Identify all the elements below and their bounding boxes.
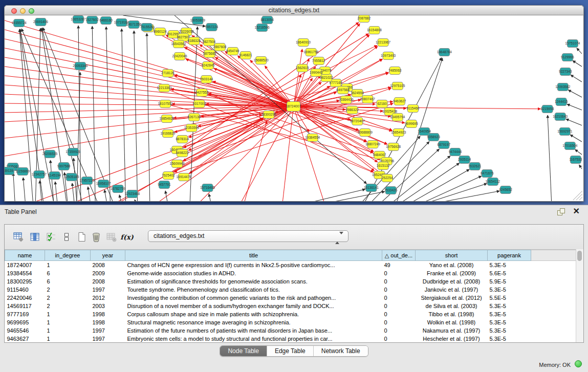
table-cell[interactable]: 0 bbox=[382, 277, 416, 286]
table-cell[interactable]: 0 bbox=[382, 269, 416, 277]
graph-edge[interactable] bbox=[5, 107, 288, 122]
table-scrollbar-thumb[interactable] bbox=[577, 251, 582, 261]
table-cell[interactable]: 0 bbox=[382, 335, 416, 343]
table-cell[interactable]: 2 bbox=[45, 294, 91, 302]
table-row[interactable]: 1872400712008Changes of HCN gene express… bbox=[5, 261, 577, 270]
graph-edge[interactable] bbox=[5, 20, 289, 105]
table-cell[interactable]: 9699695 bbox=[5, 318, 45, 326]
table-cell[interactable]: 1997 bbox=[91, 286, 125, 294]
table-cell[interactable]: 5.3E-5 bbox=[488, 286, 531, 294]
table-cell[interactable]: Hescheler et al. (1997) bbox=[416, 335, 488, 343]
table-settings-icon[interactable] bbox=[13, 231, 24, 243]
table-cell[interactable]: 1997 bbox=[91, 326, 125, 335]
graph-edge[interactable] bbox=[209, 194, 210, 201]
table-cell[interactable]: 0 bbox=[382, 294, 416, 302]
graph-edge[interactable] bbox=[566, 119, 582, 125]
table-cell[interactable]: 5.3E-5 bbox=[488, 261, 531, 270]
table-cell[interactable]: 0 bbox=[382, 318, 416, 326]
delete-column-icon[interactable] bbox=[91, 231, 102, 243]
table-cell[interactable]: 5.3E-5 bbox=[488, 310, 531, 318]
table-cell[interactable]: 5.3E-5 bbox=[488, 326, 531, 335]
table-cell[interactable]: 1 bbox=[45, 310, 91, 318]
show-columns-icon[interactable] bbox=[29, 231, 40, 243]
graph-edge[interactable] bbox=[13, 173, 15, 201]
column-header-out-degree[interactable]: △ out_de... bbox=[382, 250, 416, 261]
graph-edge[interactable] bbox=[314, 189, 365, 201]
table-cell[interactable]: 5.3E-5 bbox=[488, 318, 531, 326]
table-cell[interactable]: 1997 bbox=[91, 335, 125, 343]
window-titlebar[interactable]: citations_edges.txt bbox=[4, 5, 584, 15]
table-cell[interactable]: Embryonic stem cells: a model to study s… bbox=[125, 335, 382, 343]
column-header-year[interactable]: year bbox=[91, 250, 125, 261]
table-scrollbar[interactable] bbox=[576, 249, 583, 342]
table-cell[interactable]: 9115460 bbox=[5, 286, 45, 294]
table-row[interactable]: 2242004622012Investigating the contribut… bbox=[5, 294, 577, 302]
table-cell[interactable]: 5.5E-5 bbox=[488, 294, 531, 302]
row-height-icon[interactable] bbox=[61, 231, 72, 243]
graph-edge[interactable] bbox=[577, 48, 582, 54]
table-cell[interactable]: 5.3E-5 bbox=[488, 335, 531, 343]
close-panel-icon[interactable]: ✕ bbox=[573, 206, 580, 216]
network-canvas[interactable]: 1872400718300295746582289601248912954232… bbox=[4, 15, 584, 202]
graph-edge[interactable] bbox=[425, 176, 482, 201]
graph-edge[interactable] bbox=[88, 187, 90, 201]
function-builder-icon[interactable]: f(x) bbox=[121, 231, 133, 243]
graph-edge[interactable] bbox=[548, 115, 552, 201]
graph-edge[interactable] bbox=[5, 67, 289, 106]
table-cell[interactable]: Stergiakouli et al. (2012) bbox=[416, 294, 488, 302]
tab-network-table[interactable]: Network Table bbox=[313, 346, 368, 356]
graph-edge[interactable] bbox=[573, 60, 582, 67]
graph-edge[interactable] bbox=[147, 33, 150, 201]
tab-edge-table[interactable]: Edge Table bbox=[267, 346, 313, 356]
table-cell[interactable]: 5.9E-5 bbox=[488, 277, 531, 286]
table-cell[interactable]: 14569117 bbox=[5, 302, 45, 310]
table-cell[interactable]: 49 bbox=[382, 261, 416, 270]
graph-edge[interactable] bbox=[571, 75, 582, 82]
column-header-in-degree[interactable]: in_degree bbox=[45, 250, 91, 261]
table-row[interactable]: 1830029562008Estimation of significance … bbox=[5, 277, 577, 286]
new-column-icon[interactable] bbox=[76, 231, 88, 243]
table-cell[interactable]: 22420046 bbox=[5, 294, 45, 302]
table-cell[interactable]: 9777169 bbox=[5, 310, 45, 318]
table-cell[interactable]: 2008 bbox=[91, 277, 125, 286]
memory-ok-indicator[interactable] bbox=[575, 360, 582, 367]
table-cell[interactable]: 18724007 bbox=[5, 261, 45, 270]
table-cell[interactable]: Franke et al. (2009) bbox=[416, 269, 488, 277]
table-cell[interactable]: Nakamura et al. (1997) bbox=[416, 326, 488, 335]
column-header-pagerank[interactable]: pagerank bbox=[488, 250, 531, 261]
table-row[interactable]: 1938455462009Genome-wide association stu… bbox=[5, 269, 577, 277]
table-cell[interactable]: 1 bbox=[45, 335, 91, 343]
table-cell[interactable]: Estimation of the future numbers of pati… bbox=[125, 326, 382, 335]
table-row[interactable]: 946362711997Embryonic stem cells: a mode… bbox=[5, 335, 577, 343]
table-cell[interactable]: 2009 bbox=[91, 269, 125, 277]
table-cell[interactable]: 9463627 bbox=[5, 335, 45, 343]
float-window-icon[interactable] bbox=[557, 208, 564, 215]
table-cell[interactable]: Yano et al. (2008) bbox=[416, 261, 488, 270]
column-header-short[interactable]: short bbox=[416, 250, 488, 261]
table-cell[interactable]: 6 bbox=[45, 277, 91, 286]
graph-edge[interactable] bbox=[92, 26, 95, 201]
column-header-name[interactable]: name bbox=[5, 250, 45, 261]
table-row[interactable]: 977716911998Corpus callosum shape and si… bbox=[5, 310, 577, 318]
table-cell[interactable]: 9465546 bbox=[5, 326, 45, 335]
table-cell[interactable]: Genome-wide association studies in ADHD. bbox=[125, 269, 382, 277]
graph-edge[interactable] bbox=[104, 190, 106, 201]
table-cell[interactable]: Corpus callosum shape and size in male p… bbox=[125, 310, 382, 318]
graph-edge[interactable] bbox=[5, 57, 289, 105]
graph-edge[interactable] bbox=[575, 149, 582, 155]
table-cell[interactable]: 5.6E-5 bbox=[488, 269, 531, 277]
table-cell[interactable]: 0 bbox=[382, 286, 416, 294]
graph-edge[interactable] bbox=[579, 165, 582, 169]
table-cell[interactable]: 2 bbox=[45, 302, 91, 310]
table-cell[interactable]: 1 bbox=[45, 326, 91, 335]
graph-edge[interactable] bbox=[55, 182, 57, 201]
table-cell[interactable]: Disruption of a novel member of a sodium… bbox=[125, 302, 382, 310]
table-cell[interactable]: 2012 bbox=[91, 294, 125, 302]
table-cell[interactable]: 1 bbox=[45, 318, 91, 326]
table-cell[interactable]: Dudbridge et al. (2008) bbox=[416, 277, 488, 286]
table-cell[interactable]: 2008 bbox=[91, 261, 125, 270]
table-cell[interactable]: 1998 bbox=[91, 310, 125, 318]
table-cell[interactable]: 6 bbox=[45, 269, 91, 277]
table-cell[interactable]: Changes of HCN gene expression and I(f) … bbox=[125, 261, 382, 270]
graph-edge[interactable] bbox=[23, 178, 25, 201]
